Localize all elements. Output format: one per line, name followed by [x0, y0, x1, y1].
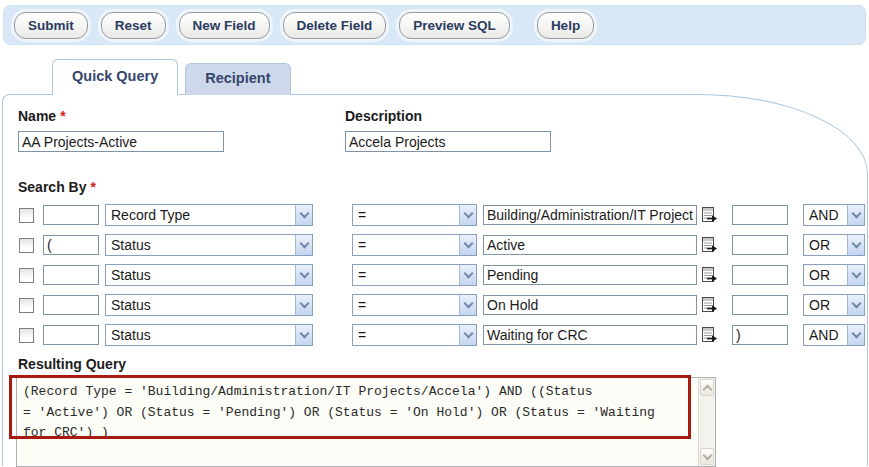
chevron-down-icon	[295, 265, 312, 285]
toolbar: Submit Reset New Field Delete Field Prev…	[3, 5, 866, 45]
reset-button[interactable]: Reset	[101, 12, 166, 39]
data-lookup-icon[interactable]	[700, 296, 718, 314]
resulting-query-label: Resulting Query	[18, 356, 867, 373]
chevron-down-icon	[847, 235, 864, 255]
value-input[interactable]	[483, 295, 697, 315]
chevron-down-icon	[847, 295, 864, 315]
resulting-query-textarea[interactable]: (Record Type = 'Building/Administration/…	[16, 377, 716, 467]
chevron-down-icon	[459, 295, 476, 315]
search-row: Record Type = AND	[15, 204, 867, 226]
logic-select-value: AND	[804, 325, 847, 345]
scrollbar[interactable]	[698, 378, 715, 466]
required-asterisk: *	[60, 108, 65, 124]
open-paren-input[interactable]	[43, 205, 99, 225]
logic-select[interactable]: AND	[803, 204, 865, 226]
chevron-down-icon	[847, 205, 864, 225]
field-select[interactable]: Status	[105, 234, 313, 256]
search-by-label: Search By*	[18, 179, 867, 196]
logic-select[interactable]: OR	[803, 294, 865, 316]
row-checkbox[interactable]	[19, 208, 34, 223]
value-input[interactable]	[483, 235, 697, 255]
quick-query-panel: Name* Description Search By* Record Type…	[2, 94, 868, 466]
operator-select[interactable]: =	[352, 234, 477, 256]
data-lookup-icon[interactable]	[700, 236, 718, 254]
operator-select-value: =	[353, 235, 459, 255]
logic-select[interactable]: OR	[803, 234, 865, 256]
tab-quick-query[interactable]: Quick Query	[52, 59, 178, 96]
operator-select-value: =	[353, 295, 459, 315]
chevron-down-icon	[295, 325, 312, 345]
preview-sql-button[interactable]: Preview SQL	[399, 12, 510, 39]
search-row: Status = OR	[15, 264, 867, 286]
chevron-down-icon	[847, 265, 864, 285]
search-row: Status = OR	[15, 234, 867, 256]
field-select-value: Record Type	[106, 205, 295, 225]
data-lookup-icon[interactable]	[700, 206, 718, 224]
row-checkbox[interactable]	[19, 298, 34, 313]
row-checkbox[interactable]	[19, 238, 34, 253]
data-lookup-icon[interactable]	[700, 266, 718, 284]
close-paren-input[interactable]	[732, 325, 788, 345]
field-select[interactable]: Status	[105, 264, 313, 286]
operator-select[interactable]: =	[352, 294, 477, 316]
logic-select-value: OR	[804, 235, 847, 255]
chevron-down-icon	[459, 205, 476, 225]
close-paren-input[interactable]	[732, 265, 788, 285]
logic-select[interactable]: OR	[803, 264, 865, 286]
operator-select-value: =	[353, 205, 459, 225]
operator-select[interactable]: =	[352, 324, 477, 346]
chevron-down-icon	[295, 235, 312, 255]
close-paren-input[interactable]	[732, 295, 788, 315]
name-field[interactable]	[18, 131, 224, 152]
operator-select[interactable]: =	[352, 264, 477, 286]
operator-select-value: =	[353, 265, 459, 285]
operator-select-value: =	[353, 325, 459, 345]
field-select-value: Status	[106, 265, 295, 285]
field-select-value: Status	[106, 325, 295, 345]
open-paren-input[interactable]	[43, 325, 99, 345]
help-button[interactable]: Help	[537, 12, 594, 39]
value-input[interactable]	[483, 265, 697, 285]
data-lookup-icon[interactable]	[700, 326, 718, 344]
open-paren-input[interactable]	[43, 235, 99, 255]
chevron-down-icon	[295, 205, 312, 225]
scroll-down-icon[interactable]	[700, 448, 714, 465]
search-row: Status = OR	[15, 294, 867, 316]
submit-button[interactable]: Submit	[14, 12, 88, 39]
tab-recipient[interactable]: Recipient	[185, 63, 290, 95]
close-paren-input[interactable]	[732, 205, 788, 225]
chevron-down-icon	[459, 235, 476, 255]
field-select[interactable]: Status	[105, 324, 313, 346]
close-paren-input[interactable]	[732, 235, 788, 255]
logic-select-value: AND	[804, 205, 847, 225]
chevron-down-icon	[459, 265, 476, 285]
row-checkbox[interactable]	[19, 268, 34, 283]
operator-select[interactable]: =	[352, 204, 477, 226]
field-select[interactable]: Record Type	[105, 204, 313, 226]
field-select-value: Status	[106, 295, 295, 315]
search-row: Status = AND	[15, 324, 867, 346]
required-asterisk: *	[90, 179, 95, 195]
chevron-down-icon	[459, 325, 476, 345]
resulting-query-text: (Record Type = 'Building/Administration/…	[17, 378, 698, 466]
logic-select-value: OR	[804, 295, 847, 315]
chevron-down-icon	[847, 325, 864, 345]
open-paren-input[interactable]	[43, 295, 99, 315]
scroll-up-icon[interactable]	[700, 379, 714, 396]
field-select-value: Status	[106, 235, 295, 255]
new-field-button[interactable]: New Field	[179, 12, 270, 39]
logic-select-value: OR	[804, 265, 847, 285]
row-checkbox[interactable]	[19, 328, 34, 343]
open-paren-input[interactable]	[43, 265, 99, 285]
value-input[interactable]	[483, 325, 697, 345]
logic-select[interactable]: AND	[803, 324, 865, 346]
field-select[interactable]: Status	[105, 294, 313, 316]
value-input[interactable]	[483, 205, 697, 225]
name-label: Name*	[18, 108, 345, 125]
tab-bar: Quick Query Recipient	[52, 61, 869, 95]
description-field[interactable]	[345, 131, 551, 152]
chevron-down-icon	[295, 295, 312, 315]
description-label: Description	[345, 108, 551, 125]
delete-field-button[interactable]: Delete Field	[283, 12, 387, 39]
